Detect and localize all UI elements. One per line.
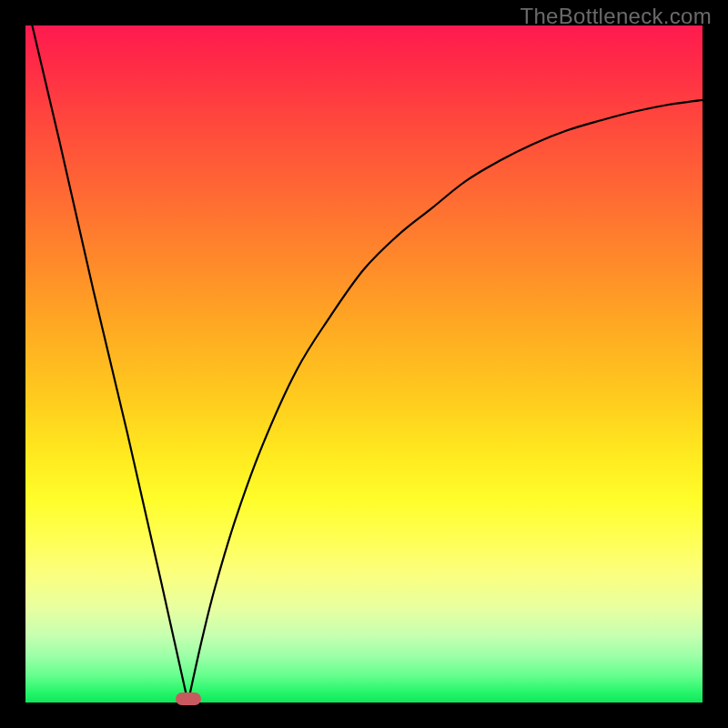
curve-right-branch <box>188 100 703 703</box>
optimum-marker <box>176 693 201 705</box>
curve-left-branch <box>32 25 187 703</box>
chart-frame: TheBottleneck.com <box>0 0 728 728</box>
bottleneck-curve <box>25 25 703 703</box>
plot-area <box>25 25 703 703</box>
